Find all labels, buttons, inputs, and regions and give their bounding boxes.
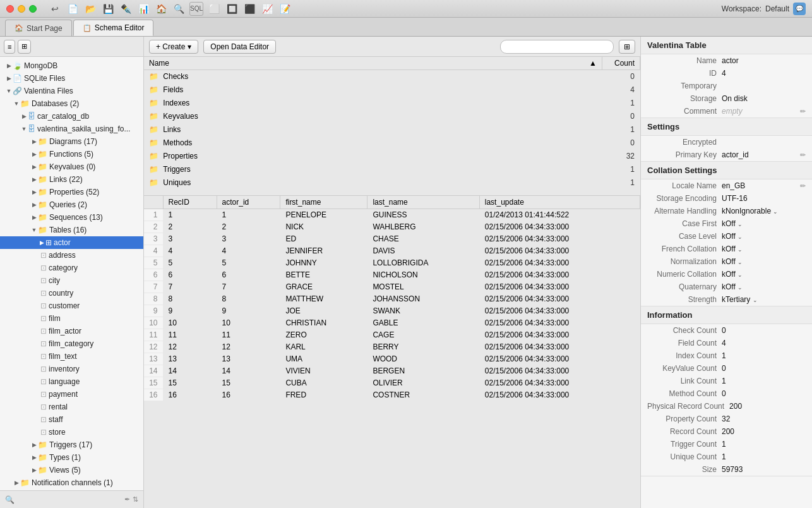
content-search-input[interactable]	[500, 40, 614, 54]
sidebar-item-keyvalues[interactable]: ▶ 📁 Keyvalues (0)	[0, 160, 143, 173]
sidebar-sort-icon[interactable]: ⇅	[133, 495, 138, 504]
save-icon[interactable]: 💾	[101, 2, 115, 16]
col-first-name[interactable]: first_name	[280, 196, 367, 209]
col-actor-id[interactable]: actor_id	[217, 196, 280, 209]
schema-row[interactable]: 📁 Triggers 1	[144, 163, 640, 176]
sidebar-item-film-actor[interactable]: ⊡ film_actor	[0, 325, 143, 337]
sidebar-item-customer[interactable]: ⊡ customer	[0, 299, 143, 312]
open-data-editor-button[interactable]: Open Data Editor	[203, 40, 276, 54]
sidebar-item-car-catalog[interactable]: ▶ 🗄 car_catalog_db	[0, 110, 143, 123]
sidebar-item-valentina-sakila[interactable]: ▼ 🗄 valentina_sakila_using_fo...	[0, 123, 143, 135]
schema-row[interactable]: 📁 Checks 0	[144, 70, 640, 83]
shapes-icon[interactable]: ⬜	[207, 2, 221, 16]
table-row[interactable]: 7 7 7 GRACE MOSTEL 02/15/2006 04:34:33:0…	[144, 281, 640, 293]
sidebar-item-properties[interactable]: ▶ 📁 Properties (52)	[0, 186, 143, 198]
col-last-update[interactable]: last_update	[479, 196, 640, 209]
table-row[interactable]: 2 2 2 NICK WAHLBERG 02/15/2006 04:34:33:…	[144, 221, 640, 233]
first-name-cell: CUBA	[280, 377, 367, 389]
table-row[interactable]: 4 4 4 JENNIFER DAVIS 02/15/2006 04:34:33…	[144, 245, 640, 257]
sidebar-item-payment[interactable]: ⊡ payment	[0, 388, 143, 401]
sidebar-item-city[interactable]: ⊡ city	[0, 274, 143, 287]
tab-schema-editor[interactable]: 📋 Schema Editor	[73, 20, 154, 36]
sidebar-item-rental[interactable]: ⊡ rental	[0, 401, 143, 413]
minimize-button[interactable]	[18, 5, 25, 13]
primary-key-edit-icon[interactable]: ✏	[800, 151, 806, 159]
sidebar-item-category[interactable]: ⊡ category	[0, 262, 143, 274]
sidebar-filter-icon[interactable]: ✒	[124, 495, 130, 504]
table-row[interactable]: 5 5 5 JOHNNY LOLLOBRIGIDA 02/15/2006 04:…	[144, 257, 640, 269]
performance-icon[interactable]: 📈	[260, 2, 274, 16]
table-row[interactable]: 11 11 11 ZERO CAGE 02/15/2006 04:34:33:0…	[144, 329, 640, 341]
sidebar-item-views[interactable]: ▶ 📁 Views (5)	[0, 464, 143, 476]
table-row[interactable]: 8 8 8 MATTHEW JOHANSSON 02/15/2006 04:34…	[144, 293, 640, 305]
maximize-button[interactable]	[29, 5, 37, 13]
table-row[interactable]: 9 9 9 JOE SWANK 02/15/2006 04:34:33:000	[144, 305, 640, 317]
workspace-chat-icon[interactable]: 💬	[793, 3, 806, 15]
tab-start-page[interactable]: 🏠 Start Page	[5, 20, 72, 36]
note-icon[interactable]: 📝	[278, 2, 292, 16]
schema-row[interactable]: 📁 Methods 0	[144, 136, 640, 150]
sidebar-item-triggers[interactable]: ▶ 📁 Triggers (17)	[0, 438, 143, 451]
view-toggle-button[interactable]: ⊞	[619, 40, 635, 54]
sql-icon[interactable]: SQL	[189, 2, 203, 16]
list-view-button[interactable]: ≡	[4, 40, 15, 54]
sidebar-item-country[interactable]: ⊡ country	[0, 287, 143, 299]
sidebar-item-types[interactable]: ▶ 📁 Types (1)	[0, 451, 143, 464]
sidebar-search-input[interactable]	[17, 496, 124, 504]
sidebar-item-queries[interactable]: ▶ 📁 Queries (2)	[0, 198, 143, 211]
sidebar-item-staff[interactable]: ⊡ staff	[0, 413, 143, 426]
sidebar-item-film-text[interactable]: ⊡ film_text	[0, 350, 143, 363]
table-row[interactable]: 13 13 13 UMA WOOD 02/15/2006 04:34:33:00…	[144, 353, 640, 365]
sidebar-item-links[interactable]: ▶ 📁 Links (22)	[0, 173, 143, 186]
comment-edit-icon[interactable]: ✏	[800, 107, 806, 116]
new-file-icon[interactable]: 📄	[66, 2, 80, 16]
sidebar-item-mongodb[interactable]: ▶ 🍃 MongoDB	[0, 59, 143, 72]
schema-row[interactable]: 📁 Indexes 1	[144, 97, 640, 110]
schema-row[interactable]: 📁 Fields 4	[144, 83, 640, 97]
sidebar-search-icon[interactable]: 🔍	[5, 495, 15, 504]
pen-icon[interactable]: ✒️	[119, 2, 133, 16]
schema-row[interactable]: 📁 Links 1	[144, 123, 640, 136]
table-row[interactable]: 1 1 1 PENELOPE GUINESS 01/24/2013 01:41:…	[144, 209, 640, 221]
sidebar-item-sqlite[interactable]: ▶ 📄 SQLite Files	[0, 72, 143, 85]
schema-row[interactable]: 📁 Properties 32	[144, 150, 640, 163]
col-recid[interactable]: RecID	[163, 196, 217, 209]
sidebar-item-film-category[interactable]: ⊡ film_category	[0, 337, 143, 350]
sidebar-item-address[interactable]: ⊡ address	[0, 249, 143, 262]
window-icon[interactable]: ⬛	[242, 2, 256, 16]
home-icon[interactable]: 🏠	[154, 2, 168, 16]
create-button[interactable]: + Create ▾	[149, 40, 198, 54]
table-row[interactable]: 3 3 3 ED CHASE 02/15/2006 04:34:33:000	[144, 233, 640, 245]
sidebar-item-actor[interactable]: ▶ ⊞ actor	[0, 236, 143, 249]
table-row[interactable]: 12 12 12 KARL BERRY 02/15/2006 04:34:33:…	[144, 341, 640, 353]
schema-row[interactable]: 📁 Keyvalues 0	[144, 110, 640, 123]
grid-view-button[interactable]: ⊞	[18, 40, 31, 54]
back-icon[interactable]: ↩	[48, 2, 62, 16]
sidebar-item-store[interactable]: ⊡ store	[0, 426, 143, 438]
layout-icon[interactable]: 🔲	[225, 2, 239, 16]
table-row[interactable]: 15 15 15 CUBA OLIVIER 02/15/2006 04:34:3…	[144, 377, 640, 389]
table-row[interactable]: 14 14 14 VIVIEN BERGEN 02/15/2006 04:34:…	[144, 365, 640, 377]
sidebar-item-valentina[interactable]: ▼ 🔗 Valentina Files	[0, 85, 143, 97]
sidebar-item-sequences[interactable]: ▶ 📁 Sequences (13)	[0, 211, 143, 224]
sidebar-item-film[interactable]: ⊡ film	[0, 312, 143, 325]
search-icon[interactable]: 🔍	[172, 2, 186, 16]
table-row[interactable]: 16 16 16 FRED COSTNER 02/15/2006 04:34:3…	[144, 389, 640, 401]
sidebar-item-databases[interactable]: ▼ 📁 Databases (2)	[0, 97, 143, 110]
chart-icon[interactable]: 📊	[136, 2, 150, 16]
schema-row[interactable]: 📁 Uniques 1	[144, 176, 640, 190]
sidebar-item-diagrams[interactable]: ▶ 📁 Diagrams (17)	[0, 135, 143, 148]
table-row[interactable]: 10 10 10 CHRISTIAN GABLE 02/15/2006 04:3…	[144, 317, 640, 329]
last-update-cell: 02/15/2006 04:34:33:000	[479, 245, 640, 257]
sidebar-item-language[interactable]: ⊡ language	[0, 375, 143, 388]
sidebar-item-notification[interactable]: ▶ 📁 Notification channels (1)	[0, 476, 143, 489]
close-button[interactable]	[6, 5, 14, 13]
sidebar-item-inventory[interactable]: ⊡ inventory	[0, 363, 143, 375]
sort-icon[interactable]: ▲	[589, 59, 597, 68]
sidebar-item-functions[interactable]: ▶ 📁 Functions (5)	[0, 148, 143, 160]
col-last-name[interactable]: last_name	[367, 196, 479, 209]
sidebar-item-tables[interactable]: ▼ 📁 Tables (16)	[0, 224, 143, 236]
open-folder-icon[interactable]: 📂	[83, 2, 97, 16]
table-row[interactable]: 6 6 6 BETTE NICHOLSON 02/15/2006 04:34:3…	[144, 269, 640, 281]
locale-edit-icon[interactable]: ✏	[800, 182, 806, 190]
